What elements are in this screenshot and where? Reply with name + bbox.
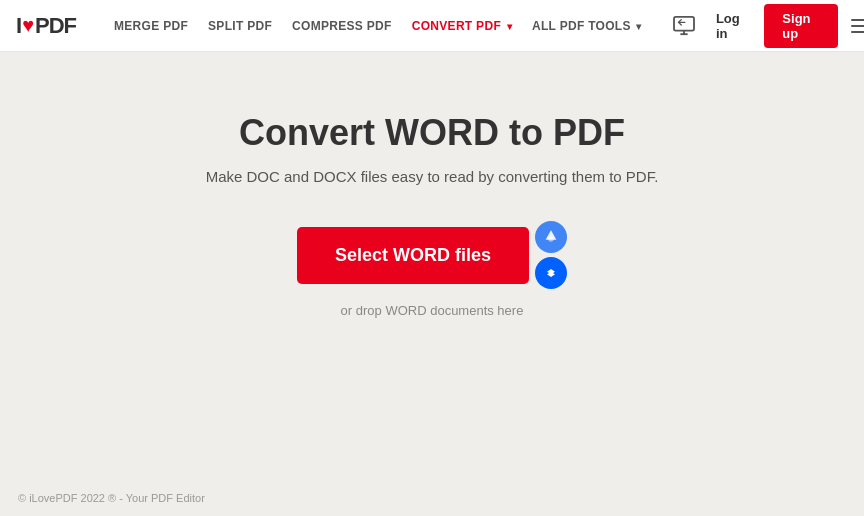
monitor-icon-button[interactable]	[670, 8, 698, 44]
main-content: Convert WORD to PDF Make DOC and DOCX fi…	[0, 52, 864, 318]
nav-compress-pdf[interactable]: COMPRESS PDF	[284, 13, 400, 39]
svg-rect-0	[674, 16, 694, 30]
select-files-button[interactable]: Select WORD files	[297, 227, 529, 284]
drop-text: or drop WORD documents here	[341, 303, 524, 318]
signup-button[interactable]: Sign up	[764, 4, 837, 48]
logo-heart-icon: ♥	[22, 14, 34, 37]
logo-prefix: I	[16, 13, 21, 39]
page-subtitle: Make DOC and DOCX files easy to read by …	[206, 168, 659, 185]
dropbox-upload-button[interactable]	[535, 257, 567, 289]
login-button[interactable]: Log in	[706, 5, 756, 47]
logo[interactable]: I ♥ PDF	[16, 13, 76, 39]
nav-right: Log in Sign up	[670, 4, 864, 48]
nav-all-tools[interactable]: ALL PDF TOOLS ▾	[524, 13, 650, 39]
dropbox-icon	[543, 265, 559, 281]
logo-suffix: PDF	[35, 13, 76, 39]
footer-text: © iLovePDF 2022 ® - Your PDF Editor	[18, 492, 205, 504]
upload-area: Select WORD files	[297, 221, 567, 289]
footer: © iLovePDF 2022 ® - Your PDF Editor	[18, 492, 205, 504]
nav-merge-pdf[interactable]: MERGE PDF	[106, 13, 196, 39]
nav-split-pdf[interactable]: SPLIT PDF	[200, 13, 280, 39]
google-drive-icon	[543, 229, 559, 245]
navbar: I ♥ PDF MERGE PDF SPLIT PDF COMPRESS PDF…	[0, 0, 864, 52]
nav-convert-pdf[interactable]: CONVERT PDF ▾	[404, 13, 520, 39]
cloud-upload-icons	[535, 221, 567, 289]
svg-point-4	[548, 236, 553, 241]
hamburger-icon	[851, 19, 864, 33]
monitor-icon	[673, 16, 695, 36]
google-drive-upload-button[interactable]	[535, 221, 567, 253]
nav-links: MERGE PDF SPLIT PDF COMPRESS PDF CONVERT…	[106, 13, 650, 39]
hamburger-menu-button[interactable]	[846, 8, 864, 44]
page-title: Convert WORD to PDF	[239, 112, 625, 154]
